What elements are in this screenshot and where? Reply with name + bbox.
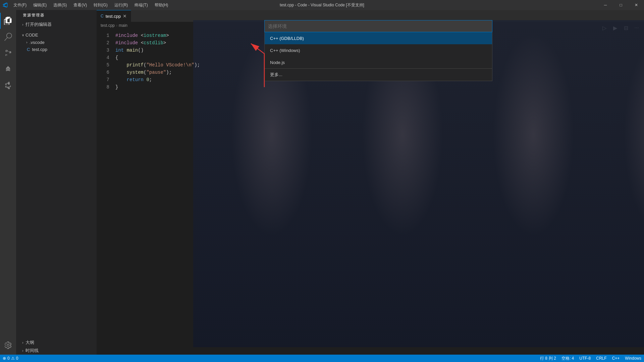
breadcrumb-symbol[interactable]: main	[119, 23, 127, 28]
menu-help[interactable]: 帮助(H)	[151, 0, 172, 10]
statusbar-col: 列 2	[549, 356, 556, 361]
outline-section[interactable]: › 大纲	[16, 339, 97, 347]
activity-explorer[interactable]	[0, 13, 16, 29]
tab-test-cpp[interactable]: C test.cpp ✕	[97, 10, 131, 22]
error-icon: ⊗	[3, 356, 6, 361]
statusbar-language-label: C++	[612, 356, 620, 361]
tab-cpp-icon: C	[101, 14, 104, 18]
code-folder-arrow: ∨	[20, 32, 25, 38]
activity-settings[interactable]	[0, 339, 16, 355]
error-count: 0	[7, 356, 10, 361]
titlebar-left: 文件(F) 编辑(E) 选择(S) 查看(V) 转到(G) 运行(R) 终端(T…	[0, 0, 171, 10]
statusbar-line-ending-label: CRLF	[596, 356, 606, 361]
outline-arrow: ›	[20, 340, 25, 345]
vscode-logo	[0, 0, 10, 10]
warning-icon: ⚠	[11, 356, 15, 361]
statusbar-encoding[interactable]: UTF-8	[577, 355, 593, 362]
menu-view[interactable]: 查看(V)	[70, 0, 90, 10]
code-line-8: }	[113, 83, 644, 91]
vscode-folder-arrow: ›	[24, 40, 30, 45]
test-cpp-filename: test.cpp	[32, 47, 47, 52]
activity-extensions[interactable]	[0, 77, 16, 93]
open-editors-section: › 打开的编辑器	[16, 19, 97, 30]
sidebar-header: 资源管理器	[16, 10, 97, 19]
quickpick-input-wrap[interactable]	[264, 20, 492, 32]
statusbar-line: 行 8	[540, 356, 547, 361]
breadcrumb-separator: ›	[116, 23, 117, 28]
statusbar-line-ending[interactable]: CRLF	[593, 355, 609, 362]
statusbar-right: 行 8 列 2 空格: 4 UTF-8 CRLF C++ Windows	[537, 355, 644, 362]
quickpick-list: C++ (GDB/LLDB) C++ (Windows) Node.js 更多.…	[264, 32, 492, 81]
titlebar-menu: 文件(F) 编辑(E) 选择(S) 查看(V) 转到(G) 运行(R) 终端(T…	[10, 0, 171, 10]
quickpick-item-1[interactable]: C++ (Windows)	[265, 44, 492, 56]
statusbar-line-col[interactable]: 行 8 列 2	[537, 355, 559, 362]
open-editors-folder[interactable]: › 打开的编辑器	[16, 20, 97, 28]
maximize-button[interactable]: □	[613, 0, 629, 10]
sidebar: 资源管理器 › 打开的编辑器 ∨ CODE › .vscode C test.c…	[16, 10, 97, 355]
editor-area: C test.cpp ✕ test.cpp › main ▷ ▶ ⊟ ···	[97, 10, 644, 355]
quickpick-item-2[interactable]: Node.js	[265, 56, 492, 68]
vscode-folder-label: .vscode	[30, 40, 45, 45]
timeline-arrow: ›	[20, 348, 25, 353]
cpp-file-icon: C	[27, 47, 30, 52]
code-folder-section: ∨ CODE › .vscode C test.cpp	[16, 30, 97, 54]
statusbar-branch[interactable]: Windows	[622, 355, 644, 362]
open-editors-arrow: ›	[20, 22, 25, 27]
statusbar-spaces[interactable]: 空格: 4	[559, 355, 577, 362]
statusbar-left: ⊗ 0 ⚠ 0	[0, 355, 21, 362]
timeline-section[interactable]: › 时间线	[16, 347, 97, 355]
quickpick-search-input[interactable]	[268, 23, 489, 29]
menu-edit[interactable]: 编辑(E)	[30, 0, 50, 10]
statusbar-encoding-label: UTF-8	[579, 356, 591, 361]
activity-search[interactable]	[0, 29, 16, 45]
quickpick-container: C++ (GDB/LLDB) C++ (Windows) Node.js 更多.…	[264, 20, 492, 81]
minimize-button[interactable]: ─	[598, 0, 613, 10]
quickpick-item-more[interactable]: 更多...	[265, 69, 492, 81]
warning-count: 0	[16, 356, 18, 361]
menu-terminal[interactable]: 终端(T)	[131, 0, 151, 10]
open-editors-label: 打开的编辑器	[25, 21, 52, 27]
tab-test-cpp-label: test.cpp	[106, 14, 121, 19]
activity-source-control[interactable]	[0, 45, 16, 61]
tab-close-button[interactable]: ✕	[123, 13, 127, 19]
statusbar: ⊗ 0 ⚠ 0 行 8 列 2 空格: 4 UTF-8 CRLF C++ Win…	[0, 355, 644, 362]
menu-select[interactable]: 选择(S)	[50, 0, 70, 10]
line-numbers: 1 2 3 4 5 6 7 8	[97, 29, 113, 355]
menu-go[interactable]: 转到(G)	[90, 0, 111, 10]
menu-run[interactable]: 运行(R)	[111, 0, 131, 10]
timeline-label: 时间线	[25, 348, 39, 354]
quickpick-item-0[interactable]: C++ (GDB/LLDB)	[265, 32, 492, 44]
breadcrumb-file[interactable]: test.cpp	[101, 23, 115, 28]
test-cpp-file[interactable]: C test.cpp	[16, 46, 97, 53]
activity-run-debug[interactable]	[0, 61, 16, 77]
menu-file[interactable]: 文件(F)	[10, 0, 30, 10]
code-folder[interactable]: ∨ CODE	[16, 31, 97, 39]
statusbar-branch-label: Windows	[625, 356, 641, 361]
outline-label: 大纲	[25, 340, 34, 346]
titlebar: 文件(F) 编辑(E) 选择(S) 查看(V) 转到(G) 运行(R) 终端(T…	[0, 0, 644, 10]
code-folder-label: CODE	[25, 33, 38, 38]
statusbar-spaces-label: 空格: 4	[561, 356, 574, 361]
vscode-subfolder[interactable]: › .vscode	[16, 39, 97, 46]
activity-bar	[0, 10, 16, 355]
main-container: 资源管理器 › 打开的编辑器 ∨ CODE › .vscode C test.c…	[0, 10, 644, 355]
statusbar-errors[interactable]: ⊗ 0 ⚠ 0	[0, 355, 21, 362]
close-button[interactable]: ✕	[629, 0, 644, 10]
window-title: test.cpp - Code - Visual Studio Code [不受…	[280, 2, 364, 8]
statusbar-language[interactable]: C++	[609, 355, 623, 362]
titlebar-controls: ─ □ ✕	[598, 0, 644, 10]
